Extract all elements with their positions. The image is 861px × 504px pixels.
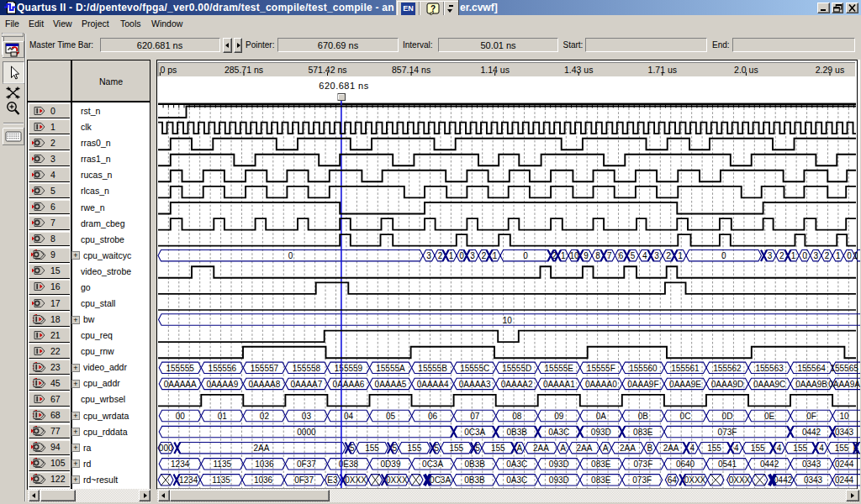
svg-text:1234: 1234 [179, 475, 198, 485]
svg-text:2AA: 2AA [620, 444, 636, 453]
svg-text:0F: 0F [806, 412, 816, 421]
svg-text:0C3A: 0C3A [422, 459, 443, 469]
svg-text:0B3B: 0B3B [464, 475, 485, 485]
svg-text:0AAA9A: 0AAA9A [828, 380, 860, 389]
svg-text:2: 2 [825, 251, 830, 260]
svg-text:04: 04 [344, 412, 354, 421]
svg-text:155563: 155563 [755, 364, 784, 373]
svg-text:?: ? [430, 4, 436, 13]
svg-text:0: 0 [802, 251, 807, 260]
svg-text:09: 09 [554, 412, 564, 421]
svg-text:3: 3 [470, 251, 475, 260]
svg-text:0442: 0442 [774, 475, 793, 485]
svg-text:0AAA9F: 0AAA9F [627, 380, 658, 389]
svg-text:0XXX: 0XXX [729, 475, 751, 485]
svg-text:083E: 083E [591, 459, 611, 469]
svg-text:2AA: 2AA [576, 444, 592, 453]
svg-text:0A3C: 0A3C [506, 475, 527, 485]
svg-text:073F: 073F [634, 459, 653, 469]
svg-text:1.71 us: 1.71 us [648, 65, 677, 75]
svg-text:0B3B: 0B3B [464, 459, 485, 469]
svg-text:0AAAA0: 0AAAA0 [585, 380, 617, 389]
svg-text:093D: 093D [591, 428, 611, 437]
svg-text:155558: 155558 [293, 364, 321, 373]
svg-text:0AAAA1: 0AAAA1 [543, 380, 575, 389]
svg-text:0XXX: 0XXX [345, 475, 367, 485]
svg-text:2: 2 [482, 251, 487, 260]
svg-text:0A3C: 0A3C [506, 459, 527, 469]
svg-text:0AAAAA: 0AAAAA [164, 380, 197, 389]
svg-text:155: 155 [751, 444, 765, 453]
svg-text:155564: 155564 [797, 364, 826, 373]
svg-text:1: 1 [836, 251, 841, 260]
svg-text:A: A [517, 444, 523, 453]
svg-text:2AA: 2AA [253, 444, 269, 453]
svg-text:15555F: 15555F [587, 364, 615, 373]
svg-text:155555: 155555 [166, 364, 195, 373]
svg-text:571.42 ns: 571.42 ns [308, 65, 346, 75]
svg-text:285.71 ns: 285.71 ns [224, 65, 263, 75]
svg-text:15555E: 15555E [545, 364, 574, 373]
svg-text:0AAAA5: 0AAAA5 [375, 380, 407, 389]
svg-text:15555A: 15555A [376, 364, 405, 373]
svg-text:1: 1 [493, 251, 498, 260]
svg-text:02: 02 [260, 412, 270, 421]
svg-text:0AAA9B: 0AAA9B [795, 380, 827, 389]
svg-text:7: 7 [607, 251, 612, 260]
svg-text:0244: 0244 [835, 459, 854, 469]
svg-text:155556: 155556 [209, 364, 237, 373]
svg-text:083E: 083E [633, 428, 653, 437]
svg-text:0AAA9C: 0AAA9C [753, 380, 785, 389]
svg-text:155: 155 [835, 444, 849, 453]
svg-text:4: 4 [819, 444, 824, 453]
svg-text:0AAAA8: 0AAAA8 [248, 380, 280, 389]
svg-text:0AAA9E: 0AAA9E [669, 380, 701, 389]
svg-text:0D: 0D [722, 412, 733, 421]
svg-text:0AAAA9: 0AAAA9 [206, 380, 238, 389]
svg-text:0: 0 [523, 251, 528, 260]
svg-text:155: 155 [365, 444, 379, 453]
svg-text:0F37: 0F37 [294, 475, 314, 485]
svg-text:0E: 0E [764, 412, 775, 421]
svg-text:0AAAA2: 0AAAA2 [501, 380, 533, 389]
svg-text:06: 06 [428, 412, 438, 421]
svg-text:073F: 073F [718, 428, 737, 437]
svg-text:A: A [560, 444, 566, 453]
svg-text:4: 4 [777, 444, 782, 453]
svg-text:000: 000 [159, 444, 173, 453]
svg-text:10: 10 [840, 412, 850, 421]
svg-text:0B3B: 0B3B [506, 428, 527, 437]
svg-text:0AAAA7: 0AAAA7 [290, 380, 322, 389]
svg-text:0A: 0A [596, 412, 607, 421]
svg-text:15555B: 15555B [418, 364, 447, 373]
svg-text:155562: 155562 [713, 364, 742, 373]
svg-text:1036: 1036 [255, 459, 274, 469]
svg-text:15555C: 15555C [460, 364, 489, 373]
svg-text:1234: 1234 [171, 459, 190, 469]
svg-text:0B: 0B [638, 412, 649, 421]
svg-text:0AAA9D: 0AAA9D [711, 380, 743, 389]
svg-text:0640: 0640 [676, 459, 695, 469]
svg-text:A: A [603, 444, 609, 453]
svg-text:620.681 ns: 620.681 ns [319, 81, 368, 91]
svg-text:B: B [647, 444, 652, 453]
svg-text:073F: 073F [632, 475, 652, 485]
svg-text:155565: 155565 [830, 364, 858, 373]
svg-text:0442: 0442 [760, 459, 779, 469]
svg-text:2AA: 2AA [663, 444, 679, 453]
svg-text:0AAAA4: 0AAAA4 [417, 380, 449, 389]
svg-text:155560: 155560 [629, 364, 658, 373]
svg-text:0C3A: 0C3A [430, 475, 451, 485]
svg-text:2: 2 [666, 251, 671, 260]
svg-text:0: 0 [459, 251, 464, 260]
svg-text:4: 4 [690, 444, 695, 453]
svg-text:0442: 0442 [802, 428, 821, 437]
svg-text:155: 155 [491, 444, 505, 453]
svg-text:0D39: 0D39 [381, 459, 401, 469]
svg-text:155: 155 [408, 444, 422, 453]
svg-text:155557: 155557 [251, 364, 279, 373]
svg-text:0A3C: 0A3C [548, 428, 569, 437]
svg-text:4: 4 [642, 251, 647, 260]
svg-text:4: 4 [734, 444, 739, 453]
svg-text:857.14 ns: 857.14 ns [392, 65, 430, 75]
